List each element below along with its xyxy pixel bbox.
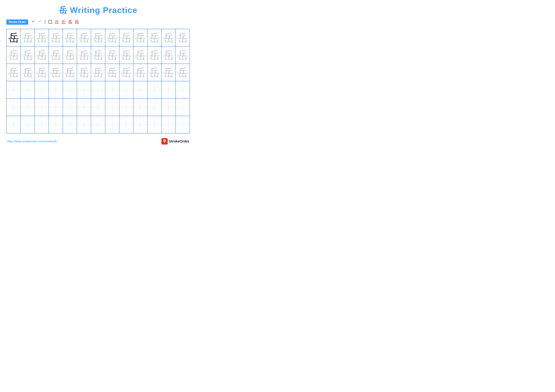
grid-cell[interactable]: 岳 xyxy=(21,64,35,81)
grid-cell[interactable]: 岳 xyxy=(105,29,119,46)
grid-cell[interactable] xyxy=(119,99,133,116)
grid-cell[interactable] xyxy=(91,99,105,116)
svg-line-140 xyxy=(77,116,91,133)
grid-cell[interactable] xyxy=(105,99,119,116)
grid-cell[interactable]: 岳 xyxy=(175,46,190,64)
grid-cell[interactable]: 岳 xyxy=(35,46,49,64)
grid-cell[interactable] xyxy=(105,116,119,133)
char-guide: 岳 xyxy=(149,67,160,78)
grid-cell[interactable] xyxy=(175,116,190,133)
grid-cell[interactable] xyxy=(63,99,77,116)
grid-cell[interactable]: 岳 xyxy=(175,64,190,81)
grid-cell[interactable]: 岳 xyxy=(77,46,91,64)
svg-line-124 xyxy=(148,99,161,116)
grid-cell[interactable]: 岳 xyxy=(175,29,190,46)
grid-cell[interactable]: 岳 xyxy=(21,29,35,46)
grid-cell[interactable] xyxy=(49,116,63,133)
grid-cell[interactable]: 岳 xyxy=(147,46,161,64)
grid-cell[interactable] xyxy=(119,116,133,133)
svg-line-82 xyxy=(35,81,49,98)
grid-cell[interactable]: 岳 xyxy=(161,29,175,46)
grid-cell[interactable] xyxy=(161,116,175,133)
grid-cell[interactable] xyxy=(21,116,35,133)
svg-line-128 xyxy=(176,99,190,116)
grid-cell[interactable]: 岳 xyxy=(63,46,77,64)
grid-cell[interactable]: 岳 xyxy=(7,64,21,81)
char-guide: 岳 xyxy=(51,50,61,60)
grid-cell[interactable] xyxy=(21,99,35,116)
grid-cell[interactable] xyxy=(63,116,77,133)
grid-cell[interactable]: 岳 xyxy=(7,46,21,64)
grid-cell[interactable] xyxy=(63,81,77,99)
grid-cell[interactable] xyxy=(35,81,49,99)
grid-cell[interactable] xyxy=(161,81,175,99)
grid-cell[interactable] xyxy=(77,116,91,133)
svg-line-129 xyxy=(176,99,190,116)
grid-cell[interactable]: 岳 xyxy=(91,46,105,64)
logo-text: StrokeOrder xyxy=(169,139,189,143)
grid-cell[interactable] xyxy=(77,99,91,116)
grid-cell[interactable] xyxy=(147,116,161,133)
char-guide: 岳 xyxy=(93,50,103,60)
grid-cell[interactable] xyxy=(21,81,35,99)
grid-cell[interactable] xyxy=(7,116,21,133)
grid-cell[interactable] xyxy=(147,99,161,116)
grid-cell[interactable]: 岳 xyxy=(119,64,133,81)
grid-cell[interactable]: 岳 xyxy=(91,29,105,46)
grid-cell[interactable] xyxy=(49,99,63,116)
grid-cell[interactable]: 岳 xyxy=(49,29,63,46)
stroke-sequence: ㇒㇀𠃊㔾丘丘岳岳 xyxy=(31,19,79,25)
grid-cell[interactable]: 岳 xyxy=(35,64,49,81)
grid-cell[interactable]: 岳 xyxy=(105,46,119,64)
svg-line-105 xyxy=(7,99,20,116)
svg-line-100 xyxy=(162,81,175,98)
grid-cell[interactable] xyxy=(77,81,91,99)
grid-cell[interactable]: 岳 xyxy=(21,46,35,64)
grid-cell[interactable] xyxy=(7,99,21,116)
stroke-seq-char-5: 丘 xyxy=(55,19,59,25)
grid-cell[interactable]: 岳 xyxy=(147,64,161,81)
grid-cell[interactable]: 岳 xyxy=(91,64,105,81)
grid-cell[interactable] xyxy=(91,81,105,99)
grid-cell[interactable] xyxy=(35,116,49,133)
svg-line-147 xyxy=(119,116,133,133)
grid-cell[interactable] xyxy=(133,116,147,133)
grid-cell[interactable]: 岳 xyxy=(77,29,91,46)
grid-cell[interactable]: 岳 xyxy=(161,64,175,81)
svg-line-85 xyxy=(49,81,63,98)
grid-cell[interactable] xyxy=(119,81,133,99)
grid-cell[interactable]: 岳 xyxy=(133,29,147,46)
grid-cell[interactable]: 岳 xyxy=(49,64,63,81)
svg-line-119 xyxy=(105,99,119,116)
grid-cell[interactable] xyxy=(133,99,147,116)
grid-cell[interactable]: 岳 xyxy=(147,29,161,46)
svg-line-122 xyxy=(133,99,147,116)
char-guide: 岳 xyxy=(135,67,146,78)
svg-line-92 xyxy=(105,81,119,98)
grid-cell[interactable] xyxy=(7,81,21,99)
grid-cell[interactable] xyxy=(161,99,175,116)
grid-cell[interactable]: 岳 xyxy=(7,29,21,46)
grid-cell[interactable] xyxy=(35,99,49,116)
grid-cell[interactable]: 岳 xyxy=(133,46,147,64)
grid-cell[interactable]: 岳 xyxy=(63,29,77,46)
grid-cell[interactable]: 岳 xyxy=(63,64,77,81)
grid-cell[interactable] xyxy=(175,99,190,116)
grid-cell[interactable]: 岳 xyxy=(133,64,147,81)
grid-cell[interactable]: 岳 xyxy=(49,46,63,64)
grid-cell[interactable] xyxy=(105,81,119,99)
grid-cell[interactable]: 岳 xyxy=(119,46,133,64)
grid-cell[interactable] xyxy=(91,116,105,133)
grid-cell[interactable]: 岳 xyxy=(119,29,133,46)
grid-cell[interactable]: 岳 xyxy=(35,29,49,46)
grid-cell[interactable]: 岳 xyxy=(161,46,175,64)
grid-cell[interactable] xyxy=(49,81,63,99)
svg-line-96 xyxy=(133,81,147,98)
grid-cell[interactable]: 岳 xyxy=(77,64,91,81)
svg-line-87 xyxy=(63,81,77,98)
svg-line-134 xyxy=(35,116,49,133)
grid-cell[interactable] xyxy=(147,81,161,99)
grid-cell[interactable] xyxy=(175,81,190,99)
grid-cell[interactable] xyxy=(133,81,147,99)
grid-cell[interactable]: 岳 xyxy=(105,64,119,81)
